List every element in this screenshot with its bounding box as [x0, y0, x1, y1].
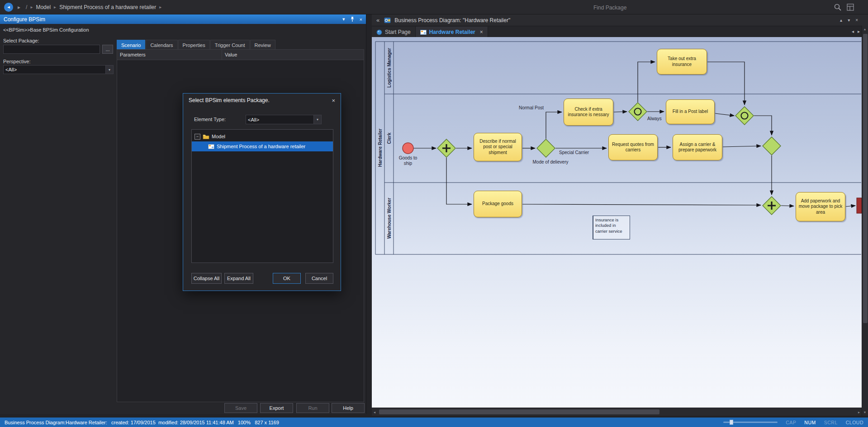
- save-button[interactable]: Save: [224, 403, 257, 413]
- chevron-down-icon: ▾: [313, 115, 321, 124]
- close-icon[interactable]: ×: [360, 17, 362, 22]
- package-input[interactable]: [3, 45, 100, 54]
- exclusive-gateway-mode-of-delivery[interactable]: [537, 139, 555, 157]
- main-toolbar: ◂ ▸ / ▸ Model ▸ Shipment Process of a ha…: [0, 0, 868, 14]
- tree-collapse-icon[interactable]: −: [194, 134, 200, 140]
- task-package-goods[interactable]: Package goods: [474, 191, 522, 217]
- perspective-dropdown[interactable]: <All> ▾: [3, 65, 114, 74]
- caps-lock-indicator: CAP: [786, 420, 796, 425]
- vertical-scroll-thumb[interactable]: [863, 34, 868, 323]
- task-fill-post-label[interactable]: Fill in a Post label: [666, 99, 715, 124]
- perspective-value: <All>: [4, 67, 105, 72]
- diagram-icon: [208, 144, 214, 149]
- tab-calendars[interactable]: Calendars: [146, 40, 177, 50]
- tree-node-label: Shipment Process of a hardware retailer: [217, 144, 305, 149]
- select-package-label: Select Package:: [3, 38, 39, 43]
- tree-node-model[interactable]: − Model: [192, 131, 333, 141]
- inclusive-gateway-merge[interactable]: [735, 107, 754, 125]
- bpsim-window-title: Configure BPSim: [4, 16, 45, 23]
- tab-hardware-retailer[interactable]: Hardware Retailer ×: [416, 27, 488, 38]
- tab-scenario[interactable]: Scenario: [117, 40, 145, 50]
- package-tree: − Model Shipment Process of a hardware r…: [191, 129, 333, 263]
- tab-trigger-count[interactable]: Trigger Count: [210, 40, 250, 50]
- column-value[interactable]: Value: [222, 52, 364, 57]
- task-request-quotes[interactable]: Request quotes from carriers: [608, 134, 658, 160]
- dialog-title: Select BPSim elements Package.: [189, 97, 270, 103]
- scroll-up-icon[interactable]: ▴: [840, 18, 842, 23]
- tab-review[interactable]: Review: [250, 40, 275, 50]
- clipped-element-right-edge[interactable]: [857, 198, 862, 213]
- start-page-icon: [376, 29, 382, 35]
- exclusive-gateway-merge[interactable]: [763, 137, 781, 155]
- num-lock-indicator: NUM: [804, 420, 816, 425]
- close-tab-icon[interactable]: ×: [480, 29, 483, 35]
- vertical-scrollbar[interactable]: ▴ ▾: [862, 26, 868, 416]
- pin-icon[interactable]: [350, 16, 355, 22]
- application-window: ◂ ▸ / ▸ Model ▸ Shipment Process of a ha…: [0, 0, 868, 427]
- element-type-dropdown[interactable]: <All> ▾: [246, 115, 322, 124]
- bpsim-tab-strip: Scenario Calendars Properties Trigger Co…: [117, 40, 275, 50]
- note-insurance-included[interactable]: Insurance is included in carrier service: [593, 216, 630, 239]
- dialog-title-bar[interactable]: Select BPSim elements Package. ×: [183, 94, 341, 107]
- task-assign-carrier[interactable]: Assign a carrier & prepare paperwork: [673, 134, 722, 160]
- scroll-down-icon[interactable]: ▾: [864, 410, 866, 414]
- browse-package-button[interactable]: ...: [102, 45, 113, 54]
- run-button[interactable]: Run: [296, 403, 329, 413]
- collapse-all-button[interactable]: Collapse All: [191, 273, 222, 284]
- diagram-panel: « Business Process Diagram: "Hardware Re…: [372, 14, 868, 416]
- tree-node-package-selected[interactable]: Shipment Process of a hardware retailer: [192, 141, 333, 151]
- cloud-indicator: CLOUD: [846, 420, 863, 425]
- diagram-canvas[interactable]: Hardware Retailer Logistics Manager Cler…: [372, 37, 862, 408]
- tree-node-label: Model: [212, 134, 225, 139]
- collapse-panel-icon[interactable]: «: [376, 17, 379, 23]
- breadcrumb-model[interactable]: Model: [36, 4, 51, 10]
- bpsim-title-bar[interactable]: Configure BPSim ▾ ×: [0, 14, 366, 24]
- select-package-dialog: Select BPSim elements Package. × Element…: [183, 93, 341, 291]
- inclusive-gateway-insurance[interactable]: [629, 103, 647, 121]
- task-take-out-insurance[interactable]: Take out extra insurance: [657, 49, 707, 75]
- crumb-sep-icon: ▸: [30, 5, 33, 9]
- nav-forward-button[interactable]: ▸: [18, 4, 20, 10]
- tab-label: Hardware Retailer: [429, 29, 475, 35]
- scroll-right-icon[interactable]: ▸: [858, 410, 860, 414]
- scroll-up-icon[interactable]: ▴: [864, 27, 866, 31]
- flow-label-always: Always: [647, 116, 662, 122]
- tab-scroll-left-icon[interactable]: ◂: [852, 29, 854, 34]
- cancel-button[interactable]: Cancel: [305, 273, 333, 284]
- window-menu-icon[interactable]: ▾: [342, 16, 345, 22]
- task-check-extra-insurance[interactable]: Check if extra insurance is nessary: [564, 99, 613, 126]
- search-icon[interactable]: [834, 3, 842, 11]
- column-parameters[interactable]: Parameters: [117, 50, 222, 60]
- tab-properties[interactable]: Properties: [178, 40, 210, 50]
- task-add-paperwork[interactable]: Add paperwork and move package to pick a…: [796, 192, 845, 221]
- scroll-lock-indicator: SCRL: [824, 420, 838, 425]
- status-text: Business Process Diagram:Hardware Retail…: [5, 420, 279, 425]
- nav-back-button[interactable]: ◂: [4, 3, 13, 12]
- close-icon[interactable]: ×: [855, 18, 858, 23]
- scroll-down-icon[interactable]: ▾: [848, 18, 850, 23]
- task-describe-shipment[interactable]: Describe if normal post or special shipm…: [474, 133, 522, 161]
- grid-icon[interactable]: [846, 3, 854, 11]
- tab-scroll-right-icon[interactable]: ▸: [858, 29, 860, 34]
- zoom-slider-handle[interactable]: [730, 420, 733, 425]
- horizontal-scrollbar[interactable]: ◂ ▸: [372, 408, 862, 416]
- find-package-input[interactable]: [593, 3, 821, 13]
- help-button[interactable]: Help: [332, 403, 365, 413]
- tab-label: Start Page: [385, 29, 411, 35]
- tab-start-page[interactable]: Start Page: [372, 27, 416, 38]
- status-bar: Business Process Diagram:Hardware Retail…: [0, 418, 868, 427]
- pool-label: Hardware Retailer: [378, 128, 383, 167]
- export-button[interactable]: Export: [260, 403, 293, 413]
- breadcrumb-slash: /: [26, 4, 27, 10]
- start-event-goods-to-ship[interactable]: [403, 143, 413, 154]
- diagram-header: « Business Process Diagram: "Hardware Re…: [372, 14, 868, 26]
- breadcrumb-package[interactable]: Shipment Process of a hardware retailer: [59, 4, 156, 10]
- expand-all-button[interactable]: Expand All: [224, 273, 253, 284]
- back-icon: ◂: [7, 4, 10, 10]
- horizontal-scroll-thumb[interactable]: [379, 409, 659, 414]
- close-icon[interactable]: ×: [332, 97, 335, 104]
- crumb-sep-icon: ▸: [159, 5, 161, 9]
- ok-button[interactable]: OK: [273, 273, 301, 284]
- zoom-slider[interactable]: [723, 422, 778, 423]
- scroll-left-icon[interactable]: ◂: [374, 410, 375, 414]
